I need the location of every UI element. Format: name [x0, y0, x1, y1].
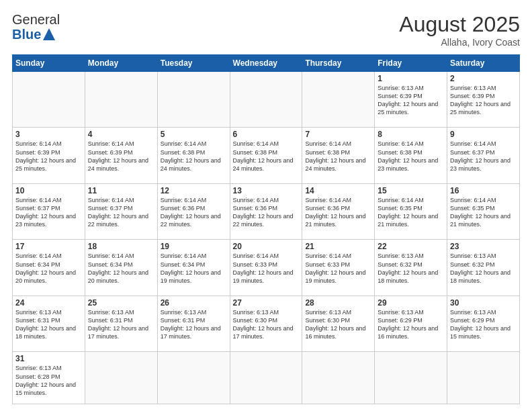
calendar-cell: 31Sunrise: 6:13 AM Sunset: 6:28 PM Dayli… [13, 352, 85, 404]
calendar-cell: 12Sunrise: 6:14 AM Sunset: 6:36 PM Dayli… [157, 183, 230, 239]
calendar-cell: 25Sunrise: 6:13 AM Sunset: 6:31 PM Dayli… [85, 295, 157, 351]
weekday-header-row: SundayMondayTuesdayWednesdayThursdayFrid… [13, 55, 520, 72]
day-number: 1 [378, 74, 444, 83]
day-number: 10 [15, 186, 82, 195]
calendar-cell [13, 72, 85, 128]
day-number: 4 [88, 130, 154, 139]
weekday-header-friday: Friday [375, 55, 447, 72]
calendar-cell: 1Sunrise: 6:13 AM Sunset: 6:39 PM Daylig… [375, 72, 447, 128]
calendar-cell [85, 352, 157, 404]
calendar-cell: 4Sunrise: 6:14 AM Sunset: 6:39 PM Daylig… [85, 128, 157, 183]
calendar-cell [157, 72, 230, 128]
day-number: 7 [305, 130, 371, 139]
day-info: Sunrise: 6:14 AM Sunset: 6:35 PM Dayligh… [378, 196, 444, 229]
location: Allaha, Ivory Coast [399, 37, 520, 48]
calendar-cell [230, 72, 302, 128]
day-info: Sunrise: 6:14 AM Sunset: 6:38 PM Dayligh… [305, 140, 371, 173]
calendar-cell: 5Sunrise: 6:14 AM Sunset: 6:38 PM Daylig… [157, 128, 230, 183]
svg-marker-0 [43, 28, 55, 40]
calendar-cell: 27Sunrise: 6:13 AM Sunset: 6:30 PM Dayli… [230, 295, 302, 351]
weekday-header-saturday: Saturday [447, 55, 520, 72]
day-info: Sunrise: 6:13 AM Sunset: 6:32 PM Dayligh… [378, 252, 444, 285]
day-info: Sunrise: 6:14 AM Sunset: 6:37 PM Dayligh… [450, 140, 517, 173]
calendar-cell: 16Sunrise: 6:14 AM Sunset: 6:35 PM Dayli… [447, 183, 520, 239]
calendar-cell: 17Sunrise: 6:14 AM Sunset: 6:34 PM Dayli… [13, 240, 85, 295]
day-info: Sunrise: 6:14 AM Sunset: 6:37 PM Dayligh… [88, 196, 154, 229]
day-info: Sunrise: 6:13 AM Sunset: 6:28 PM Dayligh… [15, 364, 82, 397]
calendar-cell: 10Sunrise: 6:14 AM Sunset: 6:37 PM Dayli… [13, 183, 85, 239]
day-info: Sunrise: 6:14 AM Sunset: 6:39 PM Dayligh… [88, 140, 154, 173]
calendar-week-row: 3Sunrise: 6:14 AM Sunset: 6:39 PM Daylig… [13, 128, 520, 183]
day-number: 28 [305, 298, 371, 308]
day-number: 11 [88, 186, 154, 195]
day-info: Sunrise: 6:13 AM Sunset: 6:29 PM Dayligh… [378, 308, 444, 341]
calendar-cell: 19Sunrise: 6:14 AM Sunset: 6:34 PM Dayli… [157, 240, 230, 295]
calendar-cell: 20Sunrise: 6:14 AM Sunset: 6:33 PM Dayli… [230, 240, 302, 295]
calendar-cell: 23Sunrise: 6:13 AM Sunset: 6:32 PM Dayli… [447, 240, 520, 295]
day-info: Sunrise: 6:14 AM Sunset: 6:38 PM Dayligh… [233, 140, 300, 173]
page: General Blue August 2025 Allaha, Ivory C… [0, 0, 532, 411]
day-info: Sunrise: 6:13 AM Sunset: 6:31 PM Dayligh… [15, 308, 82, 341]
calendar-week-row: 17Sunrise: 6:14 AM Sunset: 6:34 PM Dayli… [13, 240, 520, 295]
day-info: Sunrise: 6:13 AM Sunset: 6:39 PM Dayligh… [378, 84, 444, 117]
day-info: Sunrise: 6:14 AM Sunset: 6:36 PM Dayligh… [233, 196, 300, 229]
day-number: 2 [450, 74, 517, 83]
calendar-cell: 18Sunrise: 6:14 AM Sunset: 6:34 PM Dayli… [85, 240, 157, 295]
day-info: Sunrise: 6:14 AM Sunset: 6:38 PM Dayligh… [378, 140, 444, 173]
month-year: August 2025 [399, 12, 520, 37]
day-number: 13 [233, 186, 300, 195]
day-info: Sunrise: 6:14 AM Sunset: 6:33 PM Dayligh… [305, 252, 371, 285]
calendar-cell: 11Sunrise: 6:14 AM Sunset: 6:37 PM Dayli… [85, 183, 157, 239]
calendar-cell [302, 72, 375, 128]
day-info: Sunrise: 6:13 AM Sunset: 6:39 PM Dayligh… [450, 84, 517, 117]
day-info: Sunrise: 6:13 AM Sunset: 6:32 PM Dayligh… [450, 252, 517, 285]
calendar-cell: 24Sunrise: 6:13 AM Sunset: 6:31 PM Dayli… [13, 295, 85, 351]
day-info: Sunrise: 6:14 AM Sunset: 6:34 PM Dayligh… [15, 252, 82, 285]
header: General Blue August 2025 Allaha, Ivory C… [12, 12, 520, 48]
day-info: Sunrise: 6:13 AM Sunset: 6:31 PM Dayligh… [161, 308, 227, 341]
day-number: 3 [15, 130, 82, 139]
calendar-cell [302, 352, 375, 404]
calendar-cell [157, 352, 230, 404]
day-info: Sunrise: 6:14 AM Sunset: 6:33 PM Dayligh… [233, 252, 300, 285]
day-info: Sunrise: 6:14 AM Sunset: 6:37 PM Dayligh… [15, 196, 82, 229]
calendar-week-row: 1Sunrise: 6:13 AM Sunset: 6:39 PM Daylig… [13, 72, 520, 128]
day-info: Sunrise: 6:14 AM Sunset: 6:35 PM Dayligh… [450, 196, 517, 229]
calendar-cell [375, 352, 447, 404]
logo-general: General [12, 12, 60, 27]
calendar-week-row: 10Sunrise: 6:14 AM Sunset: 6:37 PM Dayli… [13, 183, 520, 239]
calendar-week-row: 24Sunrise: 6:13 AM Sunset: 6:31 PM Dayli… [13, 295, 520, 351]
title-block: August 2025 Allaha, Ivory Coast [399, 12, 520, 48]
logo: General Blue [12, 12, 60, 42]
day-info: Sunrise: 6:14 AM Sunset: 6:34 PM Dayligh… [161, 252, 227, 285]
weekday-header-sunday: Sunday [13, 55, 85, 72]
day-info: Sunrise: 6:14 AM Sunset: 6:36 PM Dayligh… [305, 196, 371, 229]
day-info: Sunrise: 6:14 AM Sunset: 6:36 PM Dayligh… [161, 196, 227, 229]
calendar-week-row: 31Sunrise: 6:13 AM Sunset: 6:28 PM Dayli… [13, 352, 520, 404]
day-info: Sunrise: 6:13 AM Sunset: 6:29 PM Dayligh… [450, 308, 517, 341]
weekday-header-monday: Monday [85, 55, 157, 72]
day-number: 19 [161, 242, 227, 251]
calendar-cell [230, 352, 302, 404]
day-number: 5 [161, 130, 227, 139]
calendar-cell: 15Sunrise: 6:14 AM Sunset: 6:35 PM Dayli… [375, 183, 447, 239]
calendar-cell: 3Sunrise: 6:14 AM Sunset: 6:39 PM Daylig… [13, 128, 85, 183]
calendar-cell: 21Sunrise: 6:14 AM Sunset: 6:33 PM Dayli… [302, 240, 375, 295]
day-number: 6 [233, 130, 300, 139]
calendar-cell: 28Sunrise: 6:13 AM Sunset: 6:30 PM Dayli… [302, 295, 375, 351]
day-number: 14 [305, 186, 371, 195]
day-number: 15 [378, 186, 444, 195]
day-number: 20 [233, 242, 300, 251]
calendar-cell: 9Sunrise: 6:14 AM Sunset: 6:37 PM Daylig… [447, 128, 520, 183]
day-number: 23 [450, 242, 517, 251]
logo-blue-text: Blue [12, 27, 41, 42]
day-number: 9 [450, 130, 517, 139]
calendar-cell: 30Sunrise: 6:13 AM Sunset: 6:29 PM Dayli… [447, 295, 520, 351]
day-number: 29 [378, 298, 444, 308]
calendar-table: SundayMondayTuesdayWednesdayThursdayFrid… [12, 54, 520, 404]
day-number: 16 [450, 186, 517, 195]
weekday-header-thursday: Thursday [302, 55, 375, 72]
day-info: Sunrise: 6:13 AM Sunset: 6:30 PM Dayligh… [233, 308, 300, 341]
day-number: 26 [161, 298, 227, 308]
calendar-cell: 13Sunrise: 6:14 AM Sunset: 6:36 PM Dayli… [230, 183, 302, 239]
